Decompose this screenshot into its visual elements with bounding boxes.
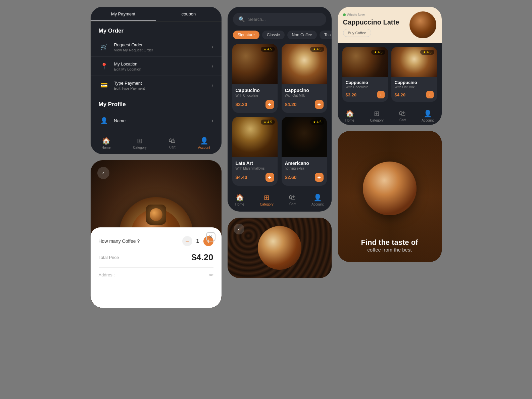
filter-classic[interactable]: Classic [262,31,285,39]
nav-home-left[interactable]: 🏠 Home [102,137,111,149]
arrow-icon-0: › [211,44,213,50]
coffee-app-icon-inner [150,208,162,221]
buy-coffee-button[interactable]: Buy Coffee [343,29,371,37]
small-product-image-0: ★ 4.5 [342,47,388,77]
nav-cart-left[interactable]: 🛍 Cart [169,137,176,149]
small-price-row-1: $4.20 + [395,91,434,98]
close-button[interactable]: ✕ [206,232,215,241]
nav-account-label-mid: Account [311,203,324,206]
product-card-2[interactable]: ★ 4.5 Late Art With Marshmallows $4.40 + [232,117,278,186]
nav-category-mid[interactable]: ⊞ Category [260,193,274,206]
profile-name-item[interactable]: 👤 Name › [91,111,222,130]
nav-category-left[interactable]: ⊞ Category [133,137,147,149]
profile-name-text: Name [114,118,212,123]
nav-home-right[interactable]: 🏠 Home [345,109,354,122]
middle-bottom-card: ‹ [228,218,332,278]
home-icon-left: 🏠 [102,137,110,145]
cart-icon-left: 🛍 [169,137,176,144]
price-row-3: $2.60 + [285,173,324,182]
small-price-0: $3.20 [346,92,357,97]
coffee-beans-full: Find the taste of coffee from the best [338,131,442,262]
small-price-1: $4.20 [395,92,406,97]
payment-tabs: My Payment coupon [91,7,222,21]
product-price-1: $4.20 [285,102,297,107]
my-location-text: My Location Edit My Location [114,61,212,71]
small-star-icon-0: ★ [374,50,377,54]
category-icon-mid: ⊞ [264,193,270,202]
nav-account-label-right: Account [422,119,434,122]
products-grid: ★ 4.5 Cappucino With Chocolate $3.20 + [228,44,332,186]
small-product-image-1: ★ 4.5 [391,47,437,77]
rb-title: Find the taste of [361,238,418,247]
product-price-3: $2.60 [285,175,297,180]
product-card-0[interactable]: ★ 4.5 Cappucino With Chocolate $3.20 + [232,44,278,113]
profile-icon: 👤 [99,115,109,126]
nav-account-right[interactable]: 👤 Account [422,109,434,122]
small-star-icon-1: ★ [423,50,426,54]
small-add-button-1[interactable]: + [426,91,434,98]
right-column: What's New Cappuccino Latte Buy Coffee ★… [338,7,442,262]
nav-category-right[interactable]: ⊞ Category [370,109,384,122]
search-bar[interactable]: 🔍 [233,13,326,26]
promo-banner: What's New Cappuccino Latte Buy Coffee [338,7,442,43]
price-row-0: $3.20 + [236,100,274,109]
promo-text: What's New Cappuccino Latte Buy Coffee [343,13,406,37]
nav-home-label-mid: Home [235,203,244,206]
location-icon: 📍 [99,61,109,72]
tab-my-payment[interactable]: My Payment [91,7,156,21]
total-price-value: $4.20 [191,252,213,263]
small-product-1[interactable]: ★ 4.5 Cappucino With Oat Milk $4.20 + [391,47,437,102]
account-icon-mid: 👤 [313,193,322,202]
request-order-item[interactable]: 🛒 Request Order View My Request Order › [91,38,222,57]
nav-cart-label-left: Cart [169,145,176,149]
filter-noncoffee[interactable]: Non Coffee [287,31,317,39]
middle-top-card: 🔍 Signature Classic Non Coffee Tea ★ 4.5 [228,7,332,212]
right-top-card: What's New Cappuccino Latte Buy Coffee ★… [338,7,442,125]
product-card-1[interactable]: ★ 4.5 Cappucino With Oat Milk $4.20 + [282,44,327,113]
qty-minus-button[interactable]: − [182,236,192,246]
search-input[interactable] [248,17,321,22]
product-sub-3: nothing extra [285,167,324,170]
back-button-left[interactable]: ‹ [97,167,109,179]
filter-tea[interactable]: Tea [320,31,331,39]
filter-signature[interactable]: Signature [233,31,259,39]
my-location-item[interactable]: 📍 My Location Edit My Location › [91,57,222,76]
price-row-1: $4.20 + [285,100,324,109]
rb-coffee-cup [363,162,417,215]
product-name-3: Americano [285,161,324,166]
star-icon-3: ★ [313,120,316,124]
add-button-0[interactable]: + [265,100,274,109]
small-rating-badge-0: ★ 4.5 [371,50,385,55]
add-button-3[interactable]: + [315,173,324,182]
whats-new-dot [343,13,346,16]
nav-home-mid[interactable]: 🏠 Home [235,193,244,206]
product-info-3: Americano nothing extra $2.60 + [282,157,327,186]
back-button-mid[interactable]: ‹ [234,224,244,234]
product-image-0: ★ 4.5 [232,44,278,84]
star-icon-1: ★ [313,47,316,51]
add-button-1[interactable]: + [315,100,324,109]
nav-cart-right[interactable]: 🛍 Cart [399,109,406,122]
tab-coupon[interactable]: coupon [156,7,222,21]
address-edit-icon[interactable]: ✏ [209,272,213,278]
nav-cart-mid[interactable]: 🛍 Cart [289,193,296,206]
category-icon-left: ⊞ [137,137,143,145]
order-panel: ✕ How many Coffee ? − 1 + Total Price $4… [91,227,222,308]
nav-account-mid[interactable]: 👤 Account [311,193,324,206]
type-payment-item[interactable]: 💳 Type Payment Edit Type Payment › [91,76,222,95]
rating-badge-0: ★ 4.5 [261,47,275,52]
total-price-label: Total Price [99,255,119,260]
small-product-0[interactable]: ★ 4.5 Cappucino With Chocolate $3.20 + [342,47,388,102]
product-card-3[interactable]: ★ 4.5 Americano nothing extra $2.60 + [282,117,327,186]
nav-category-label-right: Category [370,119,384,122]
arrow-icon-3: › [211,118,213,124]
bottom-nav-middle: 🏠 Home ⊞ Category 🛍 Cart 👤 Account [228,190,332,209]
request-order-text: Request Order View My Request Order [114,42,212,52]
small-product-sub-0: With Chocolate [346,85,385,89]
nav-account-left[interactable]: 👤 Account [198,137,210,149]
add-button-2[interactable]: + [265,173,274,182]
star-icon-2: ★ [263,120,267,124]
product-name-2: Late Art [236,161,274,166]
rating-value-3: 4.5 [317,120,322,124]
small-add-button-0[interactable]: + [377,91,385,98]
